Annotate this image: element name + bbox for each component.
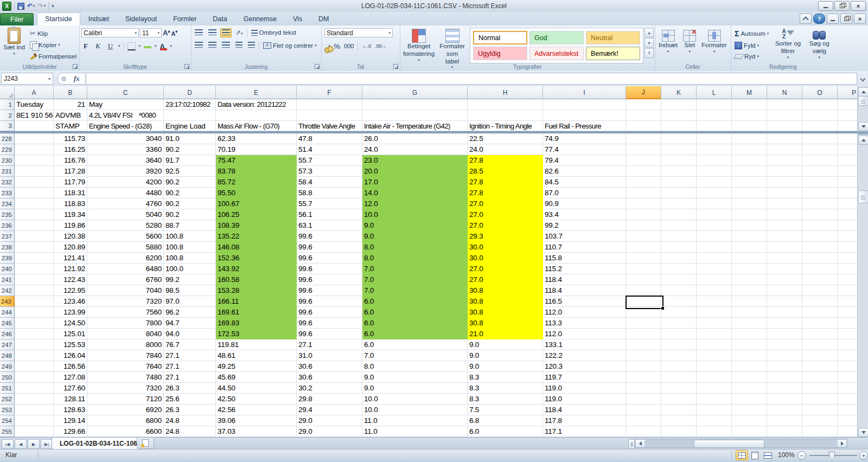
cell-F229[interactable]: 51.4 [297, 144, 362, 155]
row-header-247[interactable]: 247 [0, 339, 15, 350]
cell-O237[interactable] [802, 231, 838, 242]
bold-button[interactable]: F [81, 41, 90, 51]
cell-P237[interactable] [838, 231, 857, 242]
cell-O229[interactable] [802, 144, 838, 155]
cell-G3[interactable]: Intake Air - Temperature (G42) [362, 121, 468, 131]
cell-P240[interactable] [838, 264, 857, 274]
tab-dm[interactable]: DM [310, 12, 337, 25]
cell-F245[interactable]: 99.6 [297, 318, 362, 329]
cell-N246[interactable] [767, 329, 802, 339]
cell-P232[interactable] [838, 177, 857, 188]
cell-O1[interactable] [802, 99, 838, 110]
row-header-241[interactable]: 241 [0, 274, 15, 285]
vertical-scrollbar[interactable] [857, 86, 868, 437]
cell-P246[interactable] [838, 329, 857, 339]
cell-D244[interactable]: 96.2 [164, 307, 216, 318]
cell-F235[interactable]: 56.1 [297, 209, 362, 220]
cell-K245[interactable] [661, 318, 697, 329]
tab-filer[interactable]: Filer [0, 13, 34, 25]
format-cells-button[interactable]: Formater▾ [699, 29, 729, 60]
cell-N254[interactable] [767, 415, 802, 426]
cell-C234[interactable]: 4760 [87, 198, 164, 209]
cell-K253[interactable] [661, 405, 697, 415]
column-header-M[interactable]: M [732, 86, 767, 99]
cell-E252[interactable]: 42.50 [216, 394, 297, 405]
cell-M248[interactable] [732, 350, 767, 361]
cell-E239[interactable]: 152.36 [216, 253, 297, 264]
row-header-242[interactable]: 242 [0, 285, 15, 296]
cell-K228[interactable] [661, 133, 697, 144]
cell-C254[interactable]: 6800 [87, 415, 164, 426]
cell-K250[interactable] [661, 372, 697, 383]
row-header-2[interactable]: 2 [0, 110, 15, 121]
zoom-in-button[interactable]: + [859, 451, 868, 460]
cell-H252[interactable]: 8.3 [468, 394, 543, 405]
cell-B250[interactable]: 127.08 [54, 372, 87, 383]
cell-E237[interactable]: 135.22 [216, 231, 297, 242]
cell-D242[interactable]: 98.5 [164, 285, 216, 296]
cell-J245[interactable] [626, 318, 661, 329]
cell-K235[interactable] [661, 209, 697, 220]
row-header-254[interactable]: 254 [0, 415, 15, 426]
cell-H237[interactable]: 29.3 [468, 231, 543, 242]
column-header-G[interactable]: G [362, 86, 468, 99]
cell-K240[interactable] [661, 264, 697, 274]
cell-A233[interactable] [15, 188, 54, 198]
cell-D237[interactable]: 100.8 [164, 231, 216, 242]
scroll-right-button[interactable] [838, 440, 846, 447]
cell-H2[interactable] [468, 110, 543, 121]
cell-L242[interactable] [697, 285, 732, 296]
cell-J237[interactable] [626, 231, 661, 242]
row-header-229[interactable]: 229 [0, 144, 15, 155]
cell-I251[interactable]: 119.0 [543, 383, 626, 394]
cell-L253[interactable] [697, 405, 732, 415]
cell-D236[interactable]: 88.7 [164, 220, 216, 231]
row-header-228[interactable]: 228 [0, 133, 15, 144]
cell-E253[interactable]: 42.56 [216, 405, 297, 415]
cell-K247[interactable] [661, 339, 697, 350]
row-header-1[interactable]: 1 [0, 99, 15, 110]
cell-I237[interactable]: 103.7 [543, 231, 626, 242]
cell-P238[interactable] [838, 242, 857, 253]
tab-gennemse[interactable]: Gennemse [235, 12, 285, 25]
cell-O250[interactable] [802, 372, 838, 383]
merge-center-button[interactable]: aFlet og centrer▾ [261, 41, 318, 50]
cell-D240[interactable]: 100.0 [164, 264, 216, 274]
cell-F244[interactable]: 99.6 [297, 307, 362, 318]
style-ugyldig[interactable]: Ugyldig [473, 47, 527, 60]
cell-B242[interactable]: 122.95 [54, 285, 87, 296]
cell-D252[interactable]: 25.6 [164, 394, 216, 405]
cell-H235[interactable]: 27.0 [468, 209, 543, 220]
cell-K1[interactable] [661, 99, 697, 110]
row-header-253[interactable]: 253 [0, 405, 15, 415]
minimize-button[interactable] [818, 1, 833, 11]
cell-M232[interactable] [732, 177, 767, 188]
cell-B240[interactable]: 121.92 [54, 264, 87, 274]
percent-style-button[interactable]: % [334, 42, 341, 50]
cell-P230[interactable] [838, 155, 857, 166]
cell-E238[interactable]: 146.08 [216, 242, 297, 253]
cell-M240[interactable] [732, 264, 767, 274]
cell-E229[interactable]: 70.19 [216, 144, 297, 155]
cell-I240[interactable]: 115.2 [543, 264, 626, 274]
cell-I245[interactable]: 113.3 [543, 318, 626, 329]
cell-B235[interactable]: 119.34 [54, 209, 87, 220]
cell-P249[interactable] [838, 361, 857, 372]
cell-I247[interactable]: 133.1 [543, 339, 626, 350]
cell-O233[interactable] [802, 188, 838, 198]
cell-G242[interactable]: 7.0 [362, 285, 468, 296]
cell-J232[interactable] [626, 177, 661, 188]
cell-C235[interactable]: 5040 [87, 209, 164, 220]
decrease-font-button[interactable]: A▾ [171, 29, 177, 37]
cell-H231[interactable]: 28.5 [468, 166, 543, 177]
font-color-button[interactable]: A [160, 42, 167, 50]
row-header-251[interactable]: 251 [0, 383, 15, 394]
cell-F249[interactable]: 30.6 [297, 361, 362, 372]
tab-startside[interactable]: Startside [37, 12, 80, 25]
cell-J234[interactable] [626, 198, 661, 209]
cell-M247[interactable] [732, 339, 767, 350]
active-cell-selection[interactable] [626, 296, 663, 309]
row-header-250[interactable]: 250 [0, 372, 15, 383]
cell-D246[interactable]: 94.0 [164, 329, 216, 339]
cell-I254[interactable]: 117.8 [543, 415, 626, 426]
